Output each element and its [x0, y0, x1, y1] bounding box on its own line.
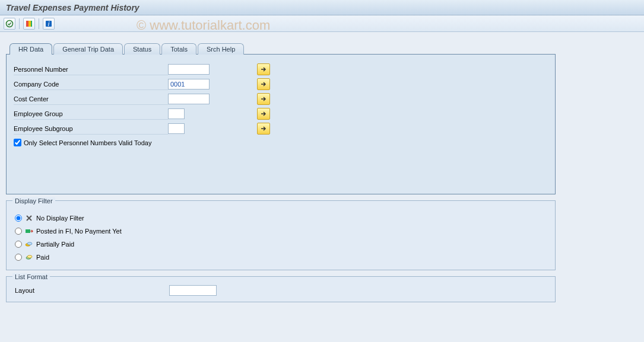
filter-label: Paid	[36, 254, 49, 261]
valid-today-label: Only Select Personnel Numbers Valid Toda…	[24, 139, 151, 146]
tab-srch-help[interactable]: Srch Help	[198, 43, 244, 55]
arrow-right-icon	[260, 66, 267, 73]
filter-radio[interactable]	[15, 254, 22, 261]
tab-label: HR Data	[18, 46, 43, 53]
range-button[interactable]	[257, 78, 270, 90]
content-area: HR Data General Trip Data Status Totals …	[0, 32, 644, 306]
display-filter-legend: Display Filter	[12, 197, 55, 204]
layout-input[interactable]	[169, 285, 217, 296]
info-icon: i	[45, 20, 53, 28]
tab-status[interactable]: Status	[124, 43, 160, 55]
app-toolbar: i	[0, 15, 644, 32]
field-label: Cost Center	[14, 94, 168, 105]
svg-point-8	[27, 242, 32, 245]
arrow-right-icon	[260, 125, 267, 132]
arrow-right-icon	[260, 81, 267, 88]
filter-option-paid: Paid	[15, 251, 549, 264]
filter-option-no-filter: No Display Filter	[15, 212, 549, 225]
svg-point-10	[27, 255, 32, 258]
field-cost-center: Cost Center	[14, 92, 548, 106]
filter-label: Posted in FI, No Payment Yet	[36, 228, 122, 235]
filter-label: No Display Filter	[36, 215, 84, 222]
posted-icon	[24, 226, 34, 236]
tab-label: Totals	[170, 46, 188, 53]
svg-point-0	[7, 20, 13, 27]
svg-rect-1	[26, 21, 28, 27]
field-label: Company Code	[14, 79, 168, 90]
tab-general-trip-data[interactable]: General Trip Data	[53, 43, 123, 55]
tab-hr-data[interactable]: HR Data	[9, 43, 52, 55]
page-title: Travel Expenses Payment History	[6, 3, 139, 12]
valid-today-row: Only Select Personnel Numbers Valid Toda…	[14, 139, 548, 146]
field-label: Personnel Number	[14, 64, 168, 75]
cost-center-input[interactable]	[168, 94, 210, 104]
field-label: Employee Subgroup	[14, 123, 168, 135]
range-button[interactable]	[257, 93, 270, 105]
valid-today-checkbox[interactable]	[14, 139, 21, 146]
employee-subgroup-input[interactable]	[168, 123, 185, 134]
personnel-number-input[interactable]	[168, 64, 210, 75]
field-employee-subgroup: Employee Subgroup	[14, 122, 548, 135]
variant-icon	[25, 20, 33, 28]
svg-rect-3	[31, 21, 32, 27]
x-icon	[24, 213, 34, 223]
tab-label: Status	[133, 46, 151, 53]
execute-button[interactable]	[4, 18, 15, 30]
tab-label: General Trip Data	[62, 46, 114, 53]
display-filter-group: Display Filter No Display Filter Posted …	[6, 200, 556, 270]
svg-rect-6	[26, 229, 30, 233]
layout-row: Layout	[15, 285, 549, 296]
hr-data-panel: Personnel Number Company Code Cost Cente…	[6, 54, 556, 194]
arrow-right-icon	[260, 110, 267, 117]
svg-rect-2	[28, 21, 31, 27]
range-button[interactable]	[257, 108, 270, 120]
employee-group-input[interactable]	[168, 108, 185, 119]
field-employee-group: Employee Group	[14, 107, 548, 120]
paid-icon	[24, 252, 34, 262]
filter-radio[interactable]	[15, 228, 22, 235]
filter-radio[interactable]	[15, 215, 22, 222]
tab-bar: HR Data General Trip Data Status Totals …	[6, 43, 638, 54]
list-format-legend: List Format	[12, 273, 50, 280]
field-company-code: Company Code	[14, 78, 548, 91]
filter-option-partial: Partially Paid	[15, 238, 549, 251]
filter-option-posted: Posted in FI, No Payment Yet	[15, 225, 549, 238]
info-button[interactable]: i	[43, 18, 55, 30]
range-button[interactable]	[257, 63, 270, 75]
get-variant-button[interactable]	[23, 18, 35, 30]
arrow-right-icon	[260, 95, 267, 103]
title-bar: Travel Expenses Payment History	[0, 0, 644, 15]
filter-radio[interactable]	[15, 241, 22, 248]
toolbar-separator	[19, 18, 20, 29]
field-label: Employee Group	[14, 108, 168, 120]
range-button[interactable]	[257, 123, 270, 135]
company-code-input[interactable]	[168, 79, 210, 90]
partial-paid-icon	[24, 239, 34, 249]
filter-label: Partially Paid	[36, 241, 74, 248]
list-format-group: List Format Layout	[6, 276, 556, 302]
layout-label: Layout	[15, 287, 163, 294]
tab-totals[interactable]: Totals	[161, 43, 196, 55]
toolbar-separator	[39, 18, 39, 29]
tab-label: Srch Help	[207, 46, 235, 53]
field-personnel-number: Personnel Number	[14, 63, 548, 76]
execute-icon	[5, 20, 14, 28]
